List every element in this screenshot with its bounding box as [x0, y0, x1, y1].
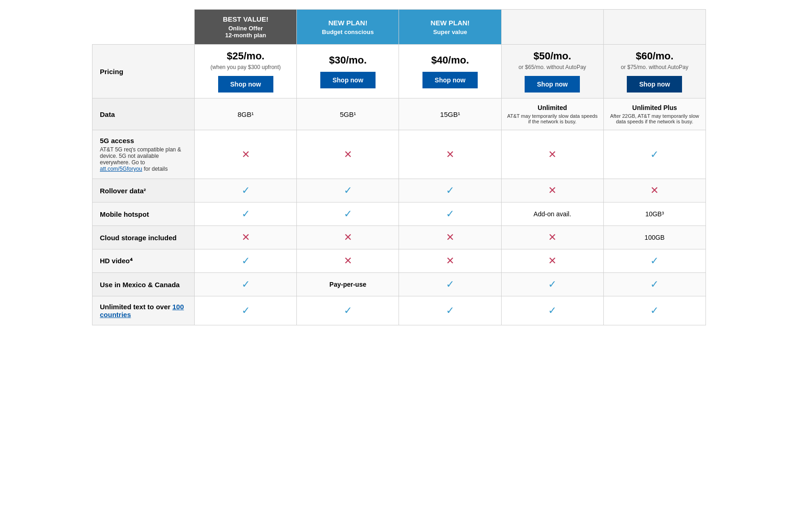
shop-now-col2[interactable]: Shop now [320, 72, 376, 88]
hotspot-col5: 10GB³ [645, 210, 664, 218]
hd-label: HD video⁴ [100, 257, 133, 265]
rollover-label: Rollover data² [100, 187, 146, 195]
5g-col1: ✕ [242, 149, 250, 160]
mexico-col4: ✓ [548, 278, 556, 290]
shop-now-col3[interactable]: Shop now [422, 72, 478, 88]
cloud-col2: ✕ [344, 231, 352, 243]
rollover-col5: ✕ [650, 185, 659, 196]
cloud-col1: ✕ [242, 231, 250, 243]
hotspot-label: Mobile hotspot [100, 210, 149, 218]
pricing-col1-price: $25/mo. [199, 50, 292, 62]
pricing-col2-price: $30/mo. [301, 54, 394, 66]
hd-col4: ✕ [548, 255, 556, 266]
5g-label: 5G access [100, 137, 187, 145]
col3-line2: Super value [404, 29, 496, 35]
data-col4-main: Unlimited [506, 104, 599, 111]
col1-line2: Online Offer [199, 25, 292, 32]
pricing-col5-sub: or $75/mo. without AutoPay [608, 64, 701, 70]
mexico-col1: ✓ [242, 278, 250, 290]
shop-now-col4[interactable]: Shop now [525, 76, 580, 93]
5g-col4: ✕ [548, 149, 556, 160]
100-countries-link[interactable]: 100 countries [100, 303, 184, 318]
hd-col5: ✓ [650, 255, 659, 266]
data-col4-sub: AT&T may temporarily slow data speeds if… [506, 113, 599, 124]
unlimited-text-col2: ✓ [344, 305, 352, 316]
rollover-col4: ✕ [548, 185, 556, 196]
5g-col3: ✕ [446, 149, 454, 160]
rollover-col3: ✓ [446, 185, 454, 196]
shop-now-col1[interactable]: Shop now [218, 76, 273, 93]
unlimited-text-col1: ✓ [242, 305, 250, 316]
mexico-col3: ✓ [446, 278, 454, 290]
unlimited-text-col4: ✓ [548, 305, 556, 316]
pricing-col4-price: $50/mo. [506, 50, 599, 62]
col2-badge: NEW PLAN! [301, 19, 394, 27]
unlimited-text-label: Unlimited text to over 100 countries [100, 303, 184, 318]
hotspot-col1: ✓ [242, 208, 250, 220]
mexico-col2: Pay-per-use [330, 281, 366, 288]
data-col5-main: Unlimited Plus [608, 104, 701, 111]
data-col3: 15GB¹ [399, 98, 501, 130]
col3-badge: NEW PLAN! [404, 19, 496, 27]
rollover-col1: ✓ [242, 185, 250, 196]
col1-line3: 12-month plan [199, 32, 292, 39]
col2-line2: Budget conscious [301, 29, 394, 35]
pricing-col3-price: $40/mo. [404, 54, 496, 66]
hotspot-col3: ✓ [446, 208, 454, 220]
data-label: Data [100, 110, 115, 118]
data-col5-sub: After 22GB, AT&T may temporarily slow da… [608, 113, 701, 124]
cloud-label: Cloud storage included [100, 234, 177, 242]
hotspot-col4: Add-on avail. [533, 210, 571, 218]
5g-sub: AT&T 5G req's compatible plan & device. … [100, 146, 187, 172]
col1-badge: BEST VALUE! [199, 15, 292, 23]
rollover-col2: ✓ [344, 185, 352, 196]
pricing-col5-price: $60/mo. [608, 50, 701, 62]
unlimited-text-col3: ✓ [446, 305, 454, 316]
5g-link[interactable]: att.com/5Gforyou [100, 166, 142, 172]
hd-col2: ✕ [344, 255, 352, 266]
data-col2: 5GB¹ [297, 98, 399, 130]
hotspot-col2: ✓ [344, 208, 352, 220]
cloud-col3: ✕ [446, 231, 454, 243]
shop-now-col5[interactable]: Shop now [627, 76, 682, 93]
5g-col5: ✓ [650, 149, 659, 160]
hd-col3: ✕ [446, 255, 454, 266]
pricing-col4-sub: or $65/mo. without AutoPay [506, 64, 599, 70]
cloud-col5: 100GB [645, 234, 665, 241]
cloud-col4: ✕ [548, 231, 556, 243]
pricing-label: Pricing [100, 68, 123, 75]
data-col1: 8GB¹ [195, 98, 297, 130]
5g-col2: ✕ [344, 149, 352, 160]
hd-col1: ✓ [242, 255, 250, 266]
pricing-col1-sub: (when you pay $300 upfront) [199, 64, 292, 70]
mexico-label: Use in Mexico & Canada [100, 281, 179, 289]
unlimited-text-col5: ✓ [650, 305, 659, 316]
mexico-col5: ✓ [650, 278, 659, 290]
